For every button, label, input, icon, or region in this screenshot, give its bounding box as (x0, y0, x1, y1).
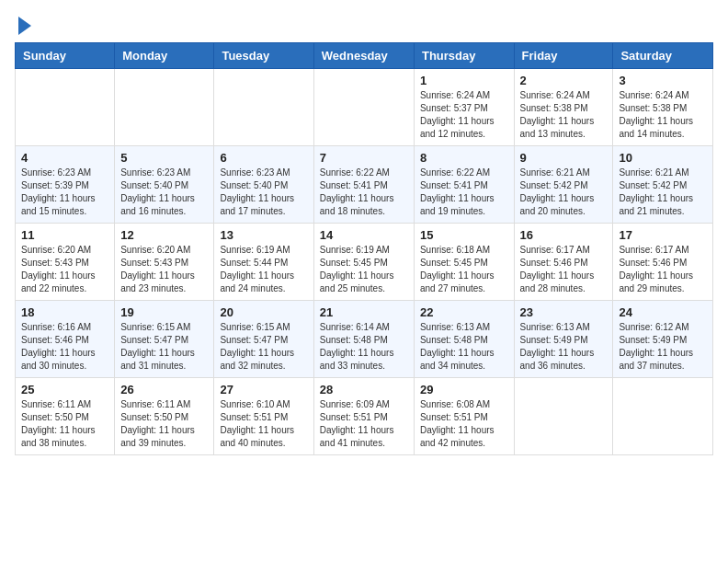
calendar-cell: 6Sunrise: 6:23 AM Sunset: 5:40 PM Daylig… (214, 146, 313, 224)
calendar-cell: 13Sunrise: 6:19 AM Sunset: 5:44 PM Dayli… (214, 224, 313, 301)
day-info: Sunrise: 6:19 AM Sunset: 5:45 PM Dayligh… (320, 244, 408, 295)
calendar-cell: 17Sunrise: 6:17 AM Sunset: 5:46 PM Dayli… (613, 224, 713, 301)
day-info: Sunrise: 6:10 AM Sunset: 5:51 PM Dayligh… (220, 398, 307, 450)
calendar-week-row: 4Sunrise: 6:23 AM Sunset: 5:39 PM Daylig… (16, 146, 713, 224)
calendar-cell: 26Sunrise: 6:11 AM Sunset: 5:50 PM Dayli… (115, 378, 214, 455)
calendar-cell (214, 69, 313, 146)
day-number: 26 (120, 383, 208, 396)
day-number: 3 (619, 74, 707, 87)
calendar-header-sunday: Sunday (16, 43, 115, 69)
day-info: Sunrise: 6:09 AM Sunset: 5:51 PM Dayligh… (320, 398, 408, 450)
day-number: 21 (320, 305, 408, 319)
calendar-week-row: 1Sunrise: 6:24 AM Sunset: 5:37 PM Daylig… (16, 69, 713, 146)
calendar-header-tuesday: Tuesday (214, 43, 313, 69)
day-info: Sunrise: 6:18 AM Sunset: 5:45 PM Dayligh… (420, 244, 508, 295)
calendar-header-friday: Friday (514, 43, 613, 69)
calendar-cell (115, 69, 214, 146)
day-info: Sunrise: 6:24 AM Sunset: 5:37 PM Dayligh… (420, 89, 508, 141)
calendar-cell: 4Sunrise: 6:23 AM Sunset: 5:39 PM Daylig… (16, 146, 115, 224)
calendar-week-row: 25Sunrise: 6:11 AM Sunset: 5:50 PM Dayli… (16, 378, 713, 455)
day-number: 23 (520, 305, 608, 319)
day-number: 17 (619, 228, 707, 242)
calendar-cell: 24Sunrise: 6:12 AM Sunset: 5:49 PM Dayli… (613, 301, 713, 378)
calendar-cell: 23Sunrise: 6:13 AM Sunset: 5:49 PM Dayli… (514, 301, 613, 378)
day-info: Sunrise: 6:23 AM Sunset: 5:39 PM Dayligh… (21, 167, 108, 218)
day-info: Sunrise: 6:24 AM Sunset: 5:38 PM Dayligh… (520, 89, 608, 141)
day-info: Sunrise: 6:17 AM Sunset: 5:46 PM Dayligh… (520, 244, 608, 295)
day-info: Sunrise: 6:21 AM Sunset: 5:42 PM Dayligh… (520, 167, 608, 218)
calendar-cell: 1Sunrise: 6:24 AM Sunset: 5:37 PM Daylig… (414, 69, 514, 146)
day-number: 27 (220, 383, 307, 396)
day-number: 22 (420, 305, 508, 319)
calendar-cell: 2Sunrise: 6:24 AM Sunset: 5:38 PM Daylig… (514, 69, 613, 146)
day-number: 9 (520, 151, 608, 165)
calendar-cell: 20Sunrise: 6:15 AM Sunset: 5:47 PM Dayli… (214, 301, 313, 378)
day-info: Sunrise: 6:20 AM Sunset: 5:43 PM Dayligh… (21, 244, 108, 295)
day-info: Sunrise: 6:21 AM Sunset: 5:42 PM Dayligh… (619, 167, 707, 218)
calendar-cell: 14Sunrise: 6:19 AM Sunset: 5:45 PM Dayli… (313, 224, 414, 301)
calendar-week-row: 11Sunrise: 6:20 AM Sunset: 5:43 PM Dayli… (16, 224, 713, 301)
calendar-cell: 29Sunrise: 6:08 AM Sunset: 5:51 PM Dayli… (414, 378, 514, 455)
calendar-header-wednesday: Wednesday (313, 43, 414, 69)
calendar-header-thursday: Thursday (414, 43, 514, 69)
day-number: 10 (619, 151, 707, 165)
calendar-cell: 9Sunrise: 6:21 AM Sunset: 5:42 PM Daylig… (514, 146, 613, 224)
day-number: 8 (420, 151, 508, 165)
day-number: 7 (320, 151, 408, 165)
calendar-cell (613, 378, 713, 455)
day-number: 12 (120, 228, 208, 242)
day-number: 15 (420, 228, 508, 242)
logo-arrow-icon (18, 17, 31, 35)
day-number: 16 (520, 228, 608, 242)
day-info: Sunrise: 6:08 AM Sunset: 5:51 PM Dayligh… (420, 398, 508, 450)
day-number: 4 (21, 151, 108, 165)
day-number: 28 (320, 383, 408, 396)
day-info: Sunrise: 6:11 AM Sunset: 5:50 PM Dayligh… (120, 398, 208, 450)
day-number: 25 (21, 383, 108, 396)
calendar-cell: 8Sunrise: 6:22 AM Sunset: 5:41 PM Daylig… (414, 146, 514, 224)
day-number: 1 (420, 74, 508, 87)
day-number: 29 (420, 383, 508, 396)
calendar-header-saturday: Saturday (613, 43, 713, 69)
day-info: Sunrise: 6:15 AM Sunset: 5:47 PM Dayligh… (220, 321, 307, 373)
day-info: Sunrise: 6:19 AM Sunset: 5:44 PM Dayligh… (220, 244, 307, 295)
day-info: Sunrise: 6:14 AM Sunset: 5:48 PM Dayligh… (320, 321, 408, 373)
calendar-cell (16, 69, 115, 146)
calendar-cell: 7Sunrise: 6:22 AM Sunset: 5:41 PM Daylig… (313, 146, 414, 224)
day-number: 20 (220, 305, 307, 319)
calendar-cell: 27Sunrise: 6:10 AM Sunset: 5:51 PM Dayli… (214, 378, 313, 455)
day-number: 24 (619, 305, 707, 319)
day-info: Sunrise: 6:16 AM Sunset: 5:46 PM Dayligh… (21, 321, 108, 373)
day-info: Sunrise: 6:17 AM Sunset: 5:46 PM Dayligh… (619, 244, 707, 295)
day-info: Sunrise: 6:22 AM Sunset: 5:41 PM Dayligh… (420, 167, 508, 218)
calendar-cell: 22Sunrise: 6:13 AM Sunset: 5:48 PM Dayli… (414, 301, 514, 378)
calendar-cell: 25Sunrise: 6:11 AM Sunset: 5:50 PM Dayli… (16, 378, 115, 455)
day-info: Sunrise: 6:13 AM Sunset: 5:48 PM Dayligh… (420, 321, 508, 373)
day-number: 11 (21, 228, 108, 242)
day-number: 19 (120, 305, 208, 319)
day-info: Sunrise: 6:22 AM Sunset: 5:41 PM Dayligh… (320, 167, 408, 218)
day-number: 13 (220, 228, 307, 242)
day-info: Sunrise: 6:23 AM Sunset: 5:40 PM Dayligh… (120, 167, 208, 218)
calendar-cell: 16Sunrise: 6:17 AM Sunset: 5:46 PM Dayli… (514, 224, 613, 301)
day-info: Sunrise: 6:23 AM Sunset: 5:40 PM Dayligh… (220, 167, 307, 218)
calendar-week-row: 18Sunrise: 6:16 AM Sunset: 5:46 PM Dayli… (16, 301, 713, 378)
day-number: 18 (21, 305, 108, 319)
calendar-cell: 10Sunrise: 6:21 AM Sunset: 5:42 PM Dayli… (613, 146, 713, 224)
day-number: 5 (120, 151, 208, 165)
day-number: 6 (220, 151, 307, 165)
calendar-cell: 3Sunrise: 6:24 AM Sunset: 5:38 PM Daylig… (613, 69, 713, 146)
day-info: Sunrise: 6:24 AM Sunset: 5:38 PM Dayligh… (619, 89, 707, 141)
calendar-cell: 15Sunrise: 6:18 AM Sunset: 5:45 PM Dayli… (414, 224, 514, 301)
calendar-cell: 28Sunrise: 6:09 AM Sunset: 5:51 PM Dayli… (313, 378, 414, 455)
day-info: Sunrise: 6:15 AM Sunset: 5:47 PM Dayligh… (120, 321, 208, 373)
logo (15, 15, 31, 35)
day-number: 2 (520, 74, 608, 87)
day-number: 14 (320, 228, 408, 242)
calendar-cell: 21Sunrise: 6:14 AM Sunset: 5:48 PM Dayli… (313, 301, 414, 378)
calendar-cell: 12Sunrise: 6:20 AM Sunset: 5:43 PM Dayli… (115, 224, 214, 301)
calendar-cell: 11Sunrise: 6:20 AM Sunset: 5:43 PM Dayli… (16, 224, 115, 301)
calendar-header-row: SundayMondayTuesdayWednesdayThursdayFrid… (16, 43, 713, 69)
day-info: Sunrise: 6:12 AM Sunset: 5:49 PM Dayligh… (619, 321, 707, 373)
day-info: Sunrise: 6:11 AM Sunset: 5:50 PM Dayligh… (21, 398, 108, 450)
